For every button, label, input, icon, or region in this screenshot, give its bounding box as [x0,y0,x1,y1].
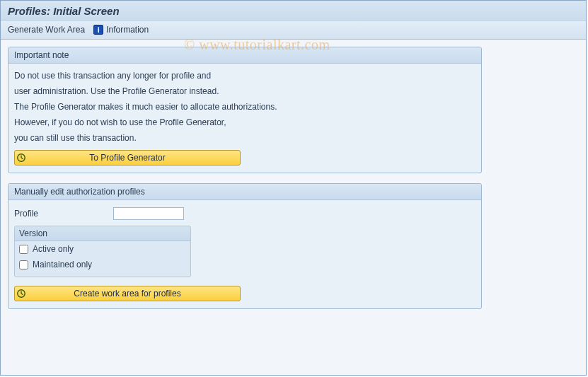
checkbox-label: Active only [33,244,74,254]
group-body: Do not use this transaction any longer f… [8,64,481,167]
group-header: Manually edit authorization profiles [8,184,481,200]
group-header: Important note [8,47,481,64]
information-icon: i [93,25,103,35]
active-only-checkbox[interactable] [19,245,28,254]
button-label: Create work area for profiles [28,289,240,298]
toolbar-label: Information [106,25,149,35]
profile-input[interactable] [113,207,184,220]
app-window: Profiles: Initial Screen Generate Work A… [0,0,587,376]
group-body: Profile Version Active only Maintained o… [8,200,481,303]
note-text: The Profile Generator makes it much easi… [14,99,475,115]
maintained-only-row: Maintained only [15,257,190,272]
toolbar-label: Generate Work Area [8,25,85,35]
note-text: you can still use this transaction. [14,130,475,146]
note-text: However, if you do not wish to use the P… [14,115,475,130]
to-profile-generator-button[interactable]: To Profile Generator [14,150,241,166]
maintained-only-checkbox[interactable] [19,260,28,269]
information-button[interactable]: i Information [93,25,149,35]
note-text: Do not use this transaction any longer f… [14,68,475,83]
button-label: To Profile Generator [28,153,240,163]
content-area: Important note Do not use this transacti… [1,40,489,326]
generate-work-area-button[interactable]: Generate Work Area [8,25,85,35]
execute-icon [15,153,28,163]
important-note-group: Important note Do not use this transacti… [8,47,482,173]
profile-label: Profile [14,209,113,219]
edit-profiles-group: Manually edit authorization profiles Pro… [8,183,482,309]
toolbar: Generate Work Area i Information [1,21,586,40]
profile-field-row: Profile [14,204,475,223]
subgroup-header: Version [15,226,190,241]
execute-icon [15,289,28,298]
checkbox-label: Maintained only [33,260,92,269]
active-only-row: Active only [15,241,190,257]
svg-line-2 [21,158,23,159]
version-group: Version Active only Maintained only [14,226,191,277]
create-work-area-button[interactable]: Create work area for profiles [14,286,241,301]
svg-line-5 [21,294,23,295]
note-text: user administration. Use the Profile Gen… [14,83,475,99]
page-title: Profiles: Initial Screen [1,1,586,21]
